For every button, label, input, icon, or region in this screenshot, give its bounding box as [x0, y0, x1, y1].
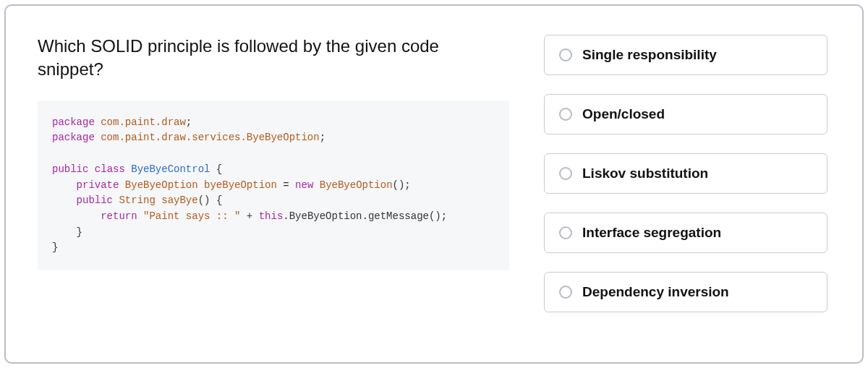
code-keyword: class: [95, 163, 125, 175]
code-type: ByeByeOption: [320, 179, 393, 191]
code-method: sayBye: [161, 194, 197, 206]
code-type: ByeByeOption: [125, 179, 198, 191]
code-keyword: package: [52, 132, 95, 143]
radio-icon: [559, 167, 572, 180]
code-package: com.paint.draw: [101, 116, 186, 128]
code-keyword: package: [52, 116, 95, 128]
code-string: "Paint says :: ": [143, 210, 240, 222]
code-keyword: return: [101, 210, 137, 222]
code-call: .ByeByeOption.getMessage: [283, 210, 429, 222]
code-type: String: [119, 194, 155, 206]
code-keyword: public: [52, 163, 88, 175]
code-keyword: this: [259, 210, 284, 222]
code-keyword: new: [295, 179, 313, 191]
question-card: Which SOLID principle is followed by the…: [4, 4, 864, 364]
code-keyword: public: [77, 194, 113, 206]
option-liskov-substitution[interactable]: Liskov substitution: [544, 153, 827, 194]
option-single-responsibility[interactable]: Single responsibility: [544, 35, 827, 75]
code-classname: ByeByeControl: [131, 163, 210, 175]
code-snippet: package com.paint.draw; package com.pain…: [38, 100, 509, 270]
option-dependency-inversion[interactable]: Dependency inversion: [544, 272, 827, 312]
radio-icon: [559, 226, 572, 239]
option-label: Open/closed: [582, 106, 665, 122]
question-content: Which SOLID principle is followed by the…: [38, 35, 509, 341]
question-prompt: Which SOLID principle is followed by the…: [38, 35, 509, 82]
radio-icon: [559, 108, 572, 121]
option-label: Interface segregation: [582, 225, 721, 241]
options-list: Single responsibility Open/closed Liskov…: [544, 35, 827, 341]
code-keyword: private: [77, 179, 119, 191]
code-package: com.paint.draw.services.ByeByeOption: [101, 132, 319, 143]
option-open-closed[interactable]: Open/closed: [544, 94, 827, 134]
option-label: Liskov substitution: [582, 166, 708, 181]
option-label: Dependency inversion: [582, 284, 729, 300]
radio-icon: [559, 286, 572, 299]
option-interface-segregation[interactable]: Interface segregation: [544, 213, 827, 253]
code-var: byeByeOption: [204, 179, 277, 191]
option-label: Single responsibility: [582, 47, 717, 63]
radio-icon: [559, 48, 572, 61]
